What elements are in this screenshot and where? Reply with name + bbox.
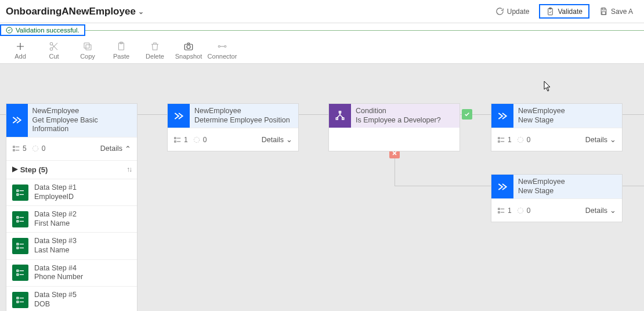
svg-rect-27 <box>17 301 19 303</box>
svg-point-14 <box>225 45 226 47</box>
stage-name: New Stage <box>518 116 565 125</box>
svg-rect-3 <box>602 12 605 15</box>
svg-point-5 <box>50 42 53 45</box>
branch-icon <box>329 104 351 128</box>
stage-name: Determine Employee Position <box>194 116 290 125</box>
list-icon <box>497 136 505 144</box>
paste-icon <box>116 41 126 52</box>
cut-button[interactable]: Cut <box>37 41 71 60</box>
condition-question: Is Employee a Developer? <box>356 116 441 125</box>
condition-card[interactable]: Condition Is Employee a Developer? <box>328 103 460 151</box>
svg-point-17 <box>32 146 38 151</box>
cycle-icon <box>516 136 524 144</box>
copy-icon <box>82 41 93 52</box>
svg-rect-25 <box>17 274 19 276</box>
process-count: 0 <box>527 136 531 144</box>
delete-button[interactable]: Delete <box>138 41 172 60</box>
step-row[interactable]: Data Step #3Last Name <box>6 232 137 259</box>
snapshot-label: Snapshot <box>175 53 202 60</box>
paste-label: Paste <box>113 53 129 60</box>
trash-icon <box>150 41 160 52</box>
stage-header: NewEmployee New Stage <box>491 104 622 128</box>
stage-metrics-bar: 5 0 Details ⌃ <box>6 137 137 160</box>
stage-card[interactable]: NewEmployee New Stage 1 0 Details ⌄ <box>491 174 623 222</box>
process-count: 0 <box>42 144 46 153</box>
connector-icon <box>217 41 227 52</box>
steps-header[interactable]: Step (5) ↑↓ <box>6 161 137 179</box>
connector-button[interactable]: Connector <box>205 41 239 60</box>
data-step-icon <box>12 185 28 201</box>
process-count: 0 <box>203 136 207 144</box>
add-button[interactable]: Add <box>3 41 37 60</box>
check-circle-icon <box>6 27 13 34</box>
validate-button[interactable]: Validate <box>539 4 589 19</box>
svg-point-13 <box>218 45 220 47</box>
step-row[interactable]: Data Step #5DOB <box>6 286 137 311</box>
stage-card[interactable]: NewEmployee Determine Employee Position … <box>167 103 299 151</box>
svg-point-39 <box>518 208 523 213</box>
clipboard-check-icon <box>546 7 555 16</box>
update-button[interactable]: Update <box>490 5 535 18</box>
details-toggle[interactable]: Details ⌄ <box>262 135 292 144</box>
details-label: Details <box>100 144 122 153</box>
chevron-down-icon: ⌄ <box>610 206 616 215</box>
check-icon <box>464 111 470 117</box>
save-as-button[interactable]: Save A <box>594 5 638 18</box>
stage-icon <box>6 104 28 137</box>
stage-card[interactable]: NewEmployee New Stage 1 0 Details ⌄ <box>491 103 623 151</box>
step-title: Data Step #1 <box>34 183 77 193</box>
svg-rect-7 <box>86 45 91 50</box>
process-count-badge: 0 <box>31 144 46 153</box>
step-count-badge: 1 <box>497 207 512 215</box>
svg-rect-15 <box>13 146 15 147</box>
chevron-down-icon: ⌄ <box>286 135 292 144</box>
delete-label: Delete <box>146 53 164 60</box>
reorder-arrows-icon[interactable]: ↑↓ <box>126 165 131 173</box>
details-toggle[interactable]: Details ⌄ <box>585 206 616 215</box>
app-header: OnboardingANewEmployee ⌄ Update Validate… <box>0 0 644 23</box>
camera-icon <box>183 41 194 52</box>
cut-label: Cut <box>49 53 59 60</box>
step-count: 5 <box>23 144 27 153</box>
stage-metrics-bar: 1 0 Details ⌄ <box>168 128 298 151</box>
data-step-icon <box>12 292 28 308</box>
step-field: DOB <box>34 300 77 309</box>
snapshot-button[interactable]: Snapshot <box>172 41 205 60</box>
cycle-icon <box>31 144 39 153</box>
scissors-icon <box>49 41 59 52</box>
cycle-icon <box>193 136 201 144</box>
svg-rect-20 <box>17 216 19 218</box>
stage-name: New Stage <box>518 187 565 196</box>
step-title: Data Step #3 <box>34 237 77 246</box>
svg-rect-38 <box>498 212 500 213</box>
mouse-cursor-icon <box>544 81 552 92</box>
stage-card[interactable]: NewEmployee Get Employee Basic Informati… <box>6 103 138 311</box>
validate-label: Validate <box>558 8 582 16</box>
step-row[interactable]: Data Step #1EmployeeID <box>6 179 137 205</box>
svg-rect-29 <box>175 141 176 142</box>
svg-rect-31 <box>336 118 338 120</box>
step-count-badge: 5 <box>12 144 27 153</box>
stage-metrics-bar: 1 0 Details ⌄ <box>491 128 622 151</box>
step-row[interactable]: Data Step #2First Name <box>6 205 137 232</box>
stage-entity: NewEmployee <box>194 107 290 116</box>
save-icon <box>599 7 608 16</box>
svg-rect-26 <box>17 297 19 299</box>
chevron-down-icon: ⌄ <box>138 8 144 16</box>
list-icon <box>173 136 182 144</box>
connector-label: Connector <box>208 53 237 60</box>
process-title[interactable]: OnboardingANewEmployee ⌄ <box>6 6 144 17</box>
step-field: First Name <box>34 219 77 229</box>
step-row[interactable]: Data Step #4Phone Number <box>6 259 137 286</box>
cycle-icon <box>516 207 524 215</box>
update-label: Update <box>507 8 530 16</box>
svg-rect-8 <box>84 43 89 48</box>
step-count-badge: 1 <box>173 136 188 144</box>
details-toggle[interactable]: Details ⌄ <box>585 135 616 144</box>
paste-button[interactable]: Paste <box>104 41 138 60</box>
svg-rect-24 <box>17 270 19 272</box>
copy-button[interactable]: Copy <box>71 41 104 60</box>
details-toggle[interactable]: Details ⌃ <box>100 144 131 153</box>
data-step-icon <box>12 211 28 227</box>
designer-canvas[interactable]: NewEmployee Get Employee Basic Informati… <box>0 64 644 311</box>
